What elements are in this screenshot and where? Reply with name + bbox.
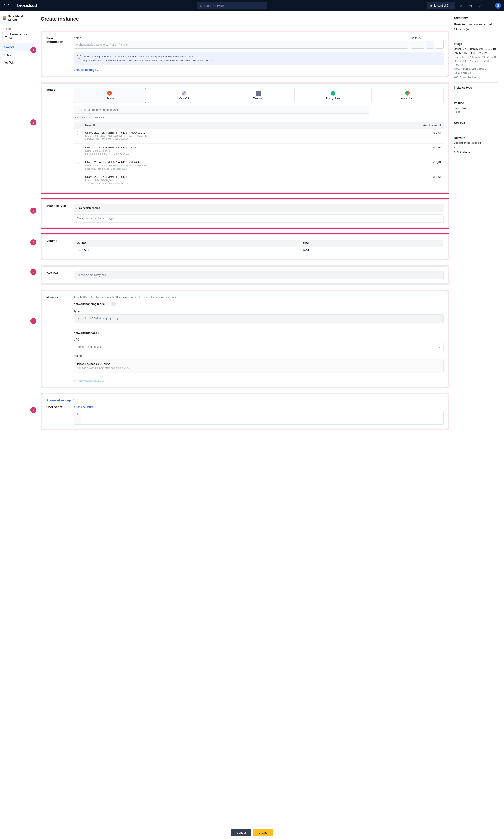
- help-icon[interactable]: ?: [476, 2, 483, 9]
- callout-5: 5: [30, 269, 36, 275]
- keypair-select[interactable]: Please select a key pair. ⌄: [74, 271, 444, 279]
- project-selector[interactable]: ☁chaos-manual-test ›: [2, 31, 33, 41]
- section-net-title: Network: [47, 296, 69, 382]
- sidebar-service-header[interactable]: Bare Metal Server: [0, 11, 35, 25]
- image-row[interactable]: Ubuntu 20.04 Bare Metal - 5.4.0-163 (NVI…: [74, 158, 444, 173]
- nav-keypair[interactable]: Key Pair: [0, 59, 35, 67]
- apps-grid-icon[interactable]: ⋮⋮⋮: [3, 3, 14, 8]
- callout-4: 4: [30, 239, 36, 245]
- bonding-toggle[interactable]: [107, 302, 116, 307]
- centos-icon: [182, 91, 186, 95]
- os-windows[interactable]: Windows: [222, 88, 295, 103]
- name-input[interactable]: [74, 41, 408, 49]
- section-vol-title: Volume: [47, 239, 69, 255]
- chevron-down-icon: ⌄: [438, 346, 440, 348]
- subnet-select[interactable]: Please select a VPC first. You can selec…: [74, 359, 444, 373]
- chevron-down-icon: ⌄: [97, 69, 99, 71]
- avatar[interactable]: S: [495, 3, 501, 8]
- count-plus-button[interactable]: +: [426, 41, 434, 49]
- script-editor[interactable]: 1: [74, 410, 444, 425]
- region-selector[interactable]: ◉ kr-central-2 ⌄: [427, 2, 455, 9]
- callout-6: 6: [30, 318, 36, 324]
- vpc-label: VPC: [74, 338, 444, 341]
- count-minus-button[interactable]: −: [436, 41, 444, 49]
- notebook-icon[interactable]: ▤: [467, 2, 474, 9]
- page-title: Create instance: [41, 16, 449, 25]
- image-filter-input[interactable]: [74, 106, 370, 113]
- type-label: Type: [74, 310, 444, 313]
- footer-bar: Cancel Create: [0, 826, 504, 839]
- upload-icon: ⇧: [74, 405, 76, 409]
- bms-icon: [3, 16, 6, 20]
- detailed-settings-link[interactable]: Detailed settings⌄: [74, 68, 99, 71]
- chevron-down-icon: ⌄: [450, 4, 452, 7]
- subnet-label: Subnet: [74, 354, 444, 357]
- vpc-select[interactable]: Please select a VPC. ⌄: [74, 343, 444, 351]
- summary-title: Summary: [454, 16, 498, 19]
- reset-filter-button[interactable]: ↻ Reset filter: [89, 116, 104, 119]
- chevron-down-icon: ⌄: [438, 217, 440, 220]
- table-row: Local Disk0 GB: [74, 247, 443, 254]
- col-name[interactable]: Name ⇅: [83, 122, 354, 129]
- radio-button[interactable]: [76, 161, 79, 164]
- search-input[interactable]: ⌕ Search service: [197, 2, 267, 9]
- nav-instance[interactable]: Instance: [0, 43, 35, 51]
- bonding-type-select: mode 4 : LACP (link aggregation) ⌄: [74, 314, 444, 323]
- project-label: Project: [0, 25, 35, 31]
- cloud-icon: ☁: [4, 34, 7, 38]
- chevron-up-icon: ⌃: [72, 399, 74, 402]
- section-basic-title: Basic information: [47, 36, 69, 71]
- section-it-title: Instance type: [47, 204, 69, 223]
- image-row[interactable]: Ubuntu 20.04 Bare Metal - 5.4.0-173 (NVI…: [74, 129, 444, 144]
- count-input[interactable]: [411, 41, 425, 49]
- add-nic-button[interactable]: + Add Network Interface: [74, 376, 444, 382]
- windows-icon: [256, 91, 261, 95]
- ubuntu-icon: [107, 91, 112, 95]
- os-ubuntu[interactable]: Ubuntu: [74, 88, 146, 103]
- search-icon: ⌕: [200, 4, 202, 7]
- filter-chip[interactable]: All : 20 ×: [74, 116, 87, 120]
- vol-col-size: Size: [301, 240, 443, 247]
- user-script-label: User script: [47, 405, 69, 425]
- create-button[interactable]: Create: [253, 829, 273, 836]
- image-row[interactable]: Ubuntu 20.04 Bare Metal - 5.4.0-163Kerne…: [74, 173, 444, 188]
- col-arch[interactable]: Architecture ⇅: [354, 122, 444, 129]
- image-row[interactable]: Ubuntu 20.04 Bare Metal - 5.4.0-173 - 24…: [74, 144, 444, 158]
- cancel-button[interactable]: Cancel: [231, 829, 251, 836]
- logo[interactable]: kakaocloud: [17, 3, 37, 8]
- vol-col-volume: Volume: [74, 240, 300, 247]
- callout-7: 7: [30, 407, 36, 413]
- chevron-right-icon: ›: [30, 35, 30, 37]
- section-kp-title: Key pair: [47, 271, 69, 279]
- chevron-down-icon: ⌄: [438, 365, 440, 367]
- radio-button[interactable]: [76, 146, 79, 149]
- chevron-down-icon: ⌄: [438, 274, 440, 277]
- rocky-icon: [331, 91, 335, 95]
- advanced-settings-toggle[interactable]: Advanced settings⌃: [47, 399, 444, 402]
- radio-button[interactable]: [76, 175, 79, 179]
- callout-3: 3: [30, 208, 36, 214]
- top-header: ⋮⋮⋮ kakaocloud ⌕ Search service ◉ kr-cen…: [0, 0, 504, 11]
- summary-panel: Summary Basic information and count 1 in…: [454, 16, 498, 820]
- os-alma[interactable]: Alma Linux: [371, 88, 444, 103]
- condition-search-button[interactable]: › Condition search: [74, 204, 444, 212]
- os-centos[interactable]: Cent OS: [148, 88, 220, 103]
- plus-icon: +: [74, 379, 75, 382]
- location-icon: ◉: [430, 4, 432, 7]
- callout-2: 2: [30, 119, 36, 125]
- terminal-icon[interactable]: ⎚: [458, 2, 464, 9]
- upload-script-button[interactable]: ⇧Upload script: [74, 405, 93, 409]
- nic-title: Network Interface 1: [74, 331, 444, 335]
- bonding-label: Network bonding mode: [74, 302, 105, 306]
- nav-image[interactable]: Image: [0, 51, 35, 59]
- instance-type-select[interactable]: Please select an instance type. ⌄: [74, 214, 444, 223]
- chevron-down-icon: ⌄: [438, 317, 440, 320]
- name-label: Name: [74, 36, 408, 40]
- alma-icon: [405, 91, 410, 95]
- section-image-title: Image: [47, 88, 69, 188]
- chevron-right-icon: ›: [76, 207, 77, 209]
- radio-button[interactable]: [76, 132, 79, 135]
- os-rocky[interactable]: Rocky Linux: [297, 88, 369, 103]
- close-icon[interactable]: ×: [84, 116, 85, 119]
- count-label: Count(s): [411, 36, 444, 40]
